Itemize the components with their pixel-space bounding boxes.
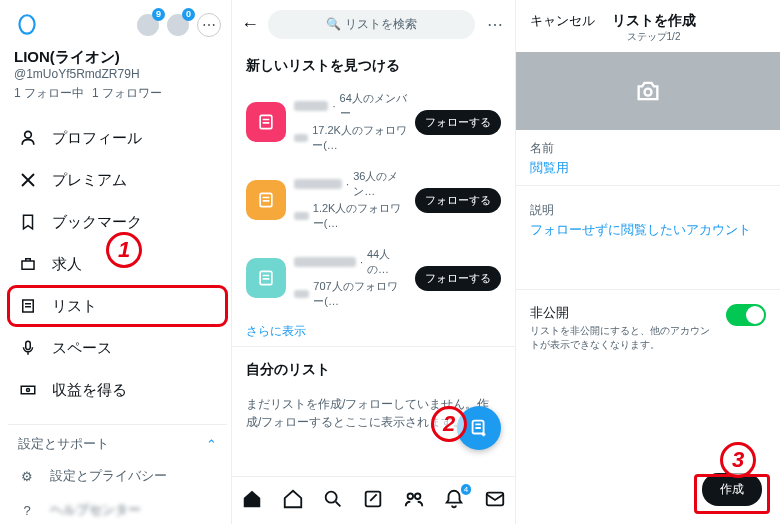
- search-placeholder: リストを検索: [345, 17, 417, 31]
- profile-name: LION(ライオン): [14, 48, 221, 67]
- app-logo-icon: [14, 12, 40, 38]
- sidebar-nav: プロフィール プレミアム ブックマーク 求人 リスト スペース: [8, 118, 227, 410]
- chevron-up-icon: ⌃: [206, 437, 217, 452]
- list-followers: 1.2K人のフォロワー(…: [313, 201, 407, 231]
- bottom-notifications[interactable]: 4: [443, 488, 465, 513]
- private-toggle[interactable]: [726, 304, 766, 326]
- list-members: 64人のメンバー: [340, 91, 407, 121]
- nav-jobs[interactable]: 求人: [8, 244, 227, 284]
- sub-settings-privacy[interactable]: ⚙ 設定とプライバシー: [8, 459, 227, 493]
- list-followers: 17.2K人のフォロワー(…: [312, 123, 407, 153]
- more-accounts-button[interactable]: ⋯: [197, 13, 221, 37]
- description-field[interactable]: 説明 フォローせずに閲覧したいアカウント: [516, 192, 780, 241]
- svg-rect-4: [473, 421, 484, 434]
- money-icon: [18, 380, 38, 400]
- help-icon: ?: [18, 501, 36, 519]
- nav-spaces[interactable]: スペース: [8, 328, 227, 368]
- profile-handle: @1mUoYf5RmdZR79H: [14, 67, 221, 81]
- bottom-home[interactable]: [282, 488, 304, 513]
- search-lists-input[interactable]: 🔍 リストを検索: [268, 10, 475, 39]
- list-add-icon: [468, 417, 490, 439]
- section-label: 設定とサポート: [18, 435, 109, 453]
- list-thumb-icon: [246, 180, 286, 220]
- following-count: 1 フォロー中: [14, 85, 84, 102]
- svg-point-10: [645, 89, 652, 96]
- avatar-badge: 9: [152, 8, 165, 21]
- sub-help-center[interactable]: ? ヘルプセンター: [8, 493, 227, 524]
- list-suggestion[interactable]: · 36人のメン… 1.2K人のフォロワー(… フォローする: [232, 161, 515, 239]
- nav-label: スペース: [52, 339, 112, 358]
- bottom-nav: 4: [232, 476, 515, 524]
- camera-icon: [634, 77, 662, 105]
- person-icon: [18, 128, 38, 148]
- follow-button[interactable]: フォローする: [415, 110, 501, 135]
- left-sidebar: 9 0 ⋯ LION(ライオン) @1mUoYf5RmdZR79H 1 フォロー…: [0, 0, 232, 524]
- follow-button[interactable]: フォローする: [415, 266, 501, 291]
- list-thumb-icon: [246, 102, 286, 142]
- nav-label: リスト: [52, 297, 97, 316]
- account-avatar-2[interactable]: 0: [167, 14, 189, 36]
- nav-label: 収益を得る: [52, 381, 127, 400]
- list-thumb-icon: [246, 258, 286, 298]
- list-members: 44人の…: [367, 247, 407, 277]
- svg-point-8: [415, 494, 421, 500]
- bottom-search[interactable]: [322, 488, 344, 513]
- notif-badge: 4: [461, 484, 471, 495]
- discover-lists-heading: 新しいリストを見つける: [232, 49, 515, 83]
- nav-lists[interactable]: リスト: [8, 286, 227, 326]
- modal-step: ステップ1/2: [595, 30, 712, 44]
- list-suggestion[interactable]: · 44人の… 707人のフォロワー(… フォローする: [232, 239, 515, 317]
- bookmark-icon: [18, 212, 38, 232]
- field-label: 説明: [530, 202, 766, 219]
- list-suggestion[interactable]: · 64人のメンバー 17.2K人のフォロワー(… フォローする: [232, 83, 515, 161]
- own-lists-heading: 自分のリスト: [246, 353, 501, 387]
- nav-premium[interactable]: プレミアム: [8, 160, 227, 200]
- private-hint: リストを非公開にすると、他のアカウントが表示できなくなります。: [530, 324, 718, 352]
- svg-point-7: [407, 494, 413, 500]
- show-more-link[interactable]: さらに表示: [232, 317, 515, 342]
- nav-label: プレミアム: [52, 171, 127, 190]
- field-value: 閲覧用: [530, 159, 766, 177]
- right-column: キャンセル リストを作成 ステップ1/2 名前 閲覧用 説明 フォローせずに閲覧…: [516, 0, 780, 524]
- field-label: 名前: [530, 140, 766, 157]
- nav-profile[interactable]: プロフィール: [8, 118, 227, 158]
- account-avatar-1[interactable]: 9: [137, 14, 159, 36]
- x-icon: [18, 170, 38, 190]
- nav-monetize[interactable]: 収益を得る: [8, 370, 227, 410]
- name-field[interactable]: 名前 閲覧用: [516, 130, 780, 179]
- private-label: 非公開: [530, 304, 718, 322]
- nav-bookmarks[interactable]: ブックマーク: [8, 202, 227, 242]
- cancel-button[interactable]: キャンセル: [530, 12, 595, 30]
- field-value: フォローせずに閲覧したいアカウント: [530, 221, 766, 239]
- avatar-badge: 0: [182, 8, 195, 21]
- profile-block[interactable]: LION(ライオン) @1mUoYf5RmdZR79H 1 フォロー中 1 フォ…: [8, 48, 227, 112]
- list-members: 36人のメン…: [353, 169, 407, 199]
- mic-icon: [18, 338, 38, 358]
- nav-label: 求人: [52, 255, 82, 274]
- list-icon: [18, 296, 38, 316]
- sub-label: ヘルプセンター: [50, 501, 141, 519]
- cover-image-picker[interactable]: [516, 52, 780, 130]
- settings-support-toggle[interactable]: 設定とサポート ⌃: [8, 424, 227, 459]
- bottom-compose[interactable]: [362, 488, 384, 513]
- sub-label: 設定とプライバシー: [50, 467, 167, 485]
- svg-point-0: [27, 389, 30, 392]
- gear-icon: ⚙: [18, 467, 36, 485]
- bottom-messages[interactable]: [484, 488, 506, 513]
- bottom-communities[interactable]: [403, 488, 425, 513]
- more-options-button[interactable]: ⋯: [483, 15, 507, 34]
- back-button[interactable]: ←: [240, 14, 260, 35]
- create-button[interactable]: 作成: [702, 473, 762, 506]
- svg-point-5: [326, 492, 337, 503]
- middle-column: ← 🔍 リストを検索 ⋯ 新しいリストを見つける · 64人のメンバー 17.2…: [232, 0, 516, 524]
- list-followers: 707人のフォロワー(…: [313, 279, 407, 309]
- follow-button[interactable]: フォローする: [415, 188, 501, 213]
- create-list-fab[interactable]: [457, 406, 501, 450]
- bottom-home-filled[interactable]: [241, 488, 263, 513]
- nav-label: プロフィール: [52, 129, 142, 148]
- nav-label: ブックマーク: [52, 213, 142, 232]
- followers-count: 1 フォロワー: [92, 85, 162, 102]
- briefcase-icon: [18, 254, 38, 274]
- modal-title: リストを作成: [595, 12, 712, 30]
